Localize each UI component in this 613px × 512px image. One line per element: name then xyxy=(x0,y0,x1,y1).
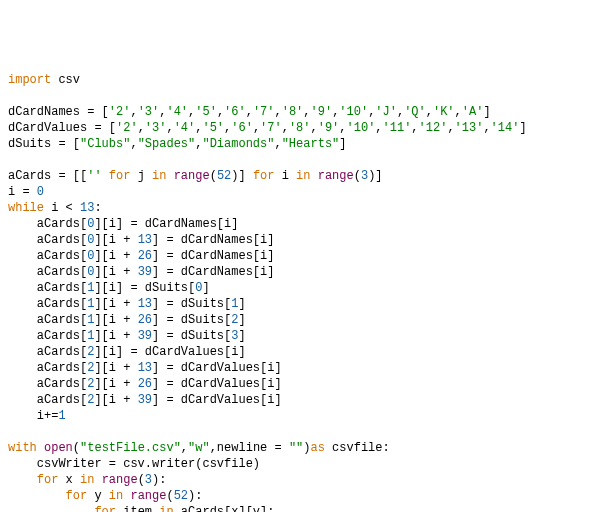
id: j xyxy=(130,169,152,183)
id: csvfile: xyxy=(325,441,390,455)
num: 39 xyxy=(138,393,152,407)
stmt: aCards[ xyxy=(8,377,87,391)
paren: ( xyxy=(354,169,361,183)
stmt: ][i + xyxy=(94,393,137,407)
comma: , xyxy=(274,137,281,151)
stmt: ][i + xyxy=(94,249,137,263)
str: "w" xyxy=(188,441,210,455)
fn-range: range xyxy=(318,169,354,183)
id: y xyxy=(87,489,109,503)
id: i xyxy=(275,169,297,183)
bracket: )] xyxy=(231,169,253,183)
stmt: ][i] = dSuits[ xyxy=(94,281,195,295)
id: dCardNames = [ xyxy=(8,105,109,119)
comma: , xyxy=(303,105,310,119)
num: 0 xyxy=(37,185,44,199)
fn-range: range xyxy=(102,473,138,487)
indent xyxy=(8,473,37,487)
fn-open: open xyxy=(44,441,73,455)
kw-for: for xyxy=(94,505,116,512)
kw-for: for xyxy=(66,489,88,503)
space xyxy=(166,169,173,183)
expr: i < xyxy=(44,201,80,215)
comma: , xyxy=(138,121,145,135)
kw-in: in xyxy=(296,169,310,183)
num: 26 xyxy=(138,377,152,391)
comma: , xyxy=(130,105,137,119)
comma: , xyxy=(447,121,454,135)
str: '3' xyxy=(138,105,160,119)
str: '6' xyxy=(224,105,246,119)
stmt: aCards[ xyxy=(8,313,87,327)
stmt: ] xyxy=(238,297,245,311)
space xyxy=(311,169,318,183)
stmt: ] xyxy=(202,281,209,295)
stmt: ][i + xyxy=(94,361,137,375)
num: 13 xyxy=(138,297,152,311)
expr: ,newline = xyxy=(210,441,289,455)
expr: aCards[x][y]: xyxy=(174,505,275,512)
str: '6' xyxy=(231,121,253,135)
stmt: aCards[ xyxy=(8,265,87,279)
num: 52 xyxy=(217,169,231,183)
kw-import: import xyxy=(8,73,51,87)
stmt: ] = dCardNames[i] xyxy=(152,233,274,247)
num: 3 xyxy=(145,473,152,487)
paren: ( xyxy=(166,489,173,503)
indent xyxy=(8,489,66,503)
comma: , xyxy=(130,137,137,151)
str: '13' xyxy=(455,121,484,135)
str: '9' xyxy=(311,105,333,119)
comma: , xyxy=(282,121,289,135)
comma: , xyxy=(426,105,433,119)
fn-range: range xyxy=(174,169,210,183)
comma: , xyxy=(246,105,253,119)
stmt: aCards[ xyxy=(8,329,87,343)
str: '3' xyxy=(145,121,167,135)
mod-csv: csv xyxy=(51,73,80,87)
kw-in: in xyxy=(109,489,123,503)
stmt: ] = dCardValues[i] xyxy=(152,393,282,407)
str: '7' xyxy=(253,105,275,119)
comma: , xyxy=(181,441,188,455)
str: "" xyxy=(289,441,303,455)
space xyxy=(94,473,101,487)
str: 'K' xyxy=(433,105,455,119)
space xyxy=(37,441,44,455)
code-block: import csv dCardNames = ['2','3','4','5'… xyxy=(8,72,605,512)
stmt: ] = dSuits[ xyxy=(152,313,231,327)
stmt: ][i + xyxy=(94,297,137,311)
fn-range: range xyxy=(130,489,166,503)
str: '11' xyxy=(383,121,412,135)
stmt: ] = dCardNames[i] xyxy=(152,249,274,263)
stmt: aCards[ xyxy=(8,361,87,375)
stmt: aCards[ xyxy=(8,345,87,359)
num: 52 xyxy=(174,489,188,503)
num: 13 xyxy=(80,201,94,215)
str: "Clubs" xyxy=(80,137,130,151)
stmt: aCards[ xyxy=(8,393,87,407)
id: aCards = [[ xyxy=(8,169,87,183)
str: 'Q' xyxy=(404,105,426,119)
str: '12' xyxy=(419,121,448,135)
stmt: ][i + xyxy=(94,377,137,391)
str: '14' xyxy=(491,121,520,135)
str: '4' xyxy=(174,121,196,135)
str: '8' xyxy=(282,105,304,119)
kw-in: in xyxy=(159,505,173,512)
stmt: aCards[ xyxy=(8,233,87,247)
stmt: aCards[ xyxy=(8,217,87,231)
str: '4' xyxy=(166,105,188,119)
space xyxy=(102,169,109,183)
stmt: ][i + xyxy=(94,329,137,343)
num: 26 xyxy=(138,313,152,327)
str: '' xyxy=(87,169,101,183)
comma: , xyxy=(275,105,282,119)
str: "Spades" xyxy=(138,137,196,151)
bracket: )] xyxy=(368,169,382,183)
colon: : xyxy=(94,201,101,215)
kw-while: while xyxy=(8,201,44,215)
paren: ) xyxy=(303,441,310,455)
stmt: ][i + xyxy=(94,313,137,327)
stmt: csvWriter = csv.writer(csvfile) xyxy=(8,457,260,471)
